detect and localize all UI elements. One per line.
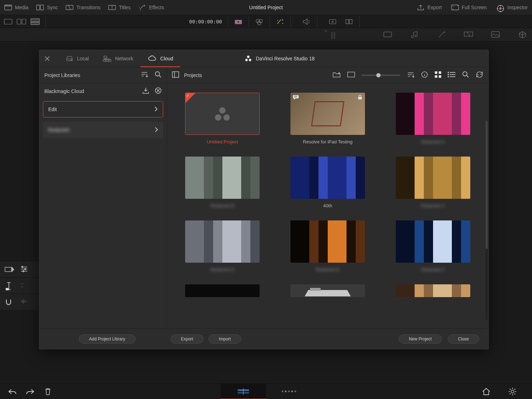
add-library-button[interactable]: Add Project Library	[79, 334, 135, 344]
project-card[interactable]: Redacted D	[181, 220, 264, 272]
close-dialog-x[interactable]	[43, 54, 51, 63]
project-thumbnail[interactable]	[396, 157, 470, 199]
settings-button[interactable]	[507, 387, 518, 396]
search-projects-icon[interactable]	[462, 71, 469, 80]
project-card[interactable]: Redacted C	[392, 157, 474, 208]
project-card[interactable]: Redacted E	[287, 220, 369, 272]
inspector-icon	[496, 3, 504, 12]
sort-libraries-icon[interactable]	[140, 71, 148, 80]
audio-scrub-icon[interactable]	[20, 298, 29, 306]
grid-scrollbar[interactable]	[486, 121, 488, 320]
cat-image-icon[interactable]	[491, 31, 500, 39]
project-card[interactable]	[181, 284, 264, 297]
inspector-button[interactable]: Inspector	[496, 3, 528, 12]
media-button[interactable]: Media	[4, 4, 28, 11]
add-library-label: Add Project Library	[89, 337, 125, 341]
sort-projects-icon[interactable]	[407, 71, 415, 79]
project-thumbnail[interactable]	[185, 220, 260, 263]
page-color[interactable]	[266, 384, 311, 399]
svg-rect-57	[358, 97, 362, 99]
project-card[interactable]: 40th	[287, 157, 369, 208]
project-card[interactable]	[287, 284, 369, 297]
view-mode-c-icon[interactable]	[31, 18, 40, 25]
library-item-edit[interactable]: Edit	[43, 101, 163, 117]
snapshot-icon[interactable]	[234, 18, 243, 25]
cat-audio-icon[interactable]	[410, 31, 419, 39]
page-cut[interactable]	[221, 384, 266, 399]
project-thumbnail[interactable]	[290, 284, 365, 297]
split-view-icon[interactable]	[344, 18, 354, 25]
transitions-button[interactable]: Transitions	[66, 4, 100, 11]
chevron-right-icon	[154, 106, 158, 113]
import-project-button[interactable]: Import	[209, 334, 241, 344]
effects-button[interactable]: Effects	[138, 4, 164, 11]
blade-tool-icon[interactable]	[4, 282, 13, 290]
project-card[interactable]	[392, 284, 474, 297]
cat-video-icon[interactable]	[383, 31, 392, 39]
project-thumbnail[interactable]	[290, 93, 365, 135]
resolve-logo-icon	[244, 55, 252, 62]
svg-point-62	[511, 390, 514, 393]
project-thumbnail[interactable]	[396, 220, 470, 263]
bypass-color-icon[interactable]	[255, 18, 264, 25]
snap-tool-icon[interactable]	[4, 298, 13, 306]
remove-library-icon[interactable]	[155, 87, 162, 95]
project-thumbnail[interactable]	[396, 93, 470, 135]
redo-button[interactable]	[25, 387, 35, 396]
project-thumbnail[interactable]	[185, 93, 260, 135]
project-card[interactable]: Untitled Project	[181, 93, 264, 144]
list-view-icon[interactable]	[448, 71, 456, 79]
close-dialog-button[interactable]: Close	[448, 334, 479, 344]
project-thumbnail[interactable]	[290, 220, 365, 263]
svg-point-30	[24, 268, 26, 270]
marker-icon[interactable]	[328, 18, 337, 25]
home-button[interactable]	[481, 387, 492, 396]
cat-transitions-icon[interactable]	[464, 31, 473, 39]
export-button[interactable]: Export	[417, 4, 442, 11]
aspect-icon[interactable]	[347, 72, 355, 79]
svg-rect-46	[435, 71, 437, 74]
search-libraries-icon[interactable]	[155, 71, 162, 80]
project-thumbnail[interactable]	[185, 157, 260, 199]
project-thumbnail[interactable]	[290, 157, 365, 199]
project-card[interactable]: Redacted A	[392, 93, 474, 144]
thumbnail-size-slider[interactable]	[361, 75, 400, 76]
titles-button[interactable]: T Titles	[108, 4, 131, 11]
project-thumbnail[interactable]	[185, 284, 260, 297]
undo-button[interactable]	[7, 387, 18, 396]
project-card[interactable]: Redacted B	[181, 157, 264, 208]
fullscreen-button[interactable]: Full Screen	[451, 4, 487, 11]
grid-view-icon[interactable]	[434, 71, 442, 80]
project-card[interactable]: Resolve for iPad Testing	[287, 93, 369, 144]
info-icon[interactable]	[421, 71, 428, 80]
export-project-button[interactable]: Export	[171, 334, 204, 344]
panel-toggle-icon[interactable]	[172, 71, 179, 79]
delete-button[interactable]	[43, 387, 53, 396]
svg-point-55	[215, 114, 221, 121]
download-library-icon[interactable]	[142, 87, 150, 95]
timecode-display[interactable]: 00:00:00:00	[189, 19, 222, 24]
insert-tool-icon[interactable]	[4, 266, 13, 273]
auto-color-icon[interactable]	[276, 18, 285, 25]
trim-tool-icon[interactable]	[20, 266, 29, 273]
cat-3d-icon[interactable]	[518, 31, 527, 39]
cat-effects-icon[interactable]	[437, 31, 446, 39]
project-thumbnail[interactable]	[396, 284, 470, 297]
project-card[interactable]: Redacted F	[392, 220, 474, 272]
svg-rect-58	[310, 288, 321, 291]
tab-cloud[interactable]: Cloud	[140, 50, 181, 67]
speaker-icon[interactable]	[302, 18, 311, 25]
refresh-icon[interactable]	[476, 71, 483, 80]
new-project-button[interactable]: New Project	[399, 334, 442, 344]
svg-point-31	[23, 270, 24, 272]
cut-page-icon	[237, 387, 250, 396]
slip-tool-icon[interactable]	[20, 282, 29, 290]
view-mode-b-icon[interactable]	[17, 18, 26, 25]
tab-network[interactable]: Network	[96, 50, 140, 67]
svg-rect-1	[37, 5, 40, 10]
new-folder-icon[interactable]	[332, 71, 341, 79]
library-item-redacted[interactable]: Redacted	[43, 122, 163, 138]
tab-local[interactable]: Local	[59, 50, 96, 67]
sync-button[interactable]: Sync	[36, 4, 58, 11]
view-mode-a-icon[interactable]	[4, 18, 13, 25]
